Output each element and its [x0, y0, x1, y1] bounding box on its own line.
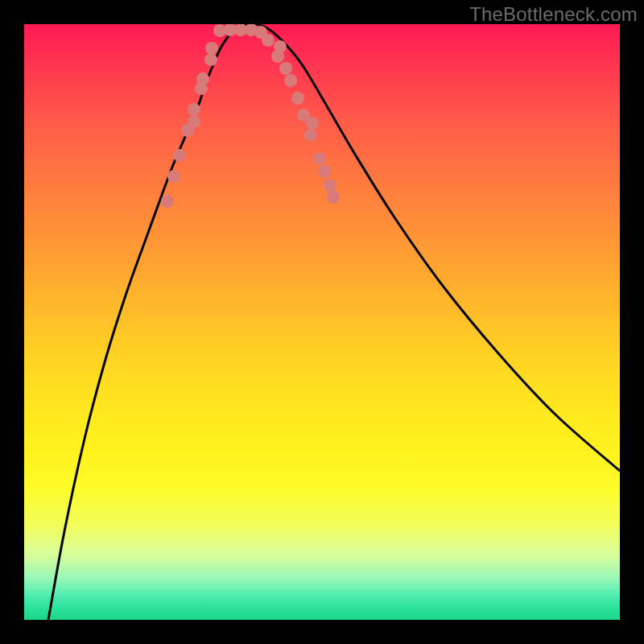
sample-dot [262, 34, 275, 47]
sample-dot [284, 74, 297, 87]
sample-dot [205, 42, 218, 55]
sample-dot [274, 40, 287, 53]
sample-dot [324, 179, 336, 192]
chart-frame: TheBottleneck.com [0, 0, 644, 644]
sample-dot [173, 149, 186, 162]
sample-dot [167, 170, 180, 183]
sample-dot [313, 152, 326, 165]
watermark-text: TheBottleneck.com [469, 3, 638, 26]
sample-dot [196, 72, 209, 85]
sample-dot [188, 103, 200, 116]
sample-dot [291, 92, 304, 105]
sample-dot [318, 165, 331, 178]
plot-area [24, 24, 620, 620]
bottleneck-chart-svg [24, 24, 620, 620]
sample-dot [161, 195, 174, 208]
bottleneck-curve [48, 24, 620, 620]
sample-dots [161, 24, 340, 208]
sample-dot [327, 191, 340, 204]
sample-dot [279, 62, 292, 75]
sample-dot [306, 117, 319, 130]
sample-dot [304, 129, 317, 142]
sample-dot [188, 115, 200, 128]
sample-dot [204, 53, 217, 66]
